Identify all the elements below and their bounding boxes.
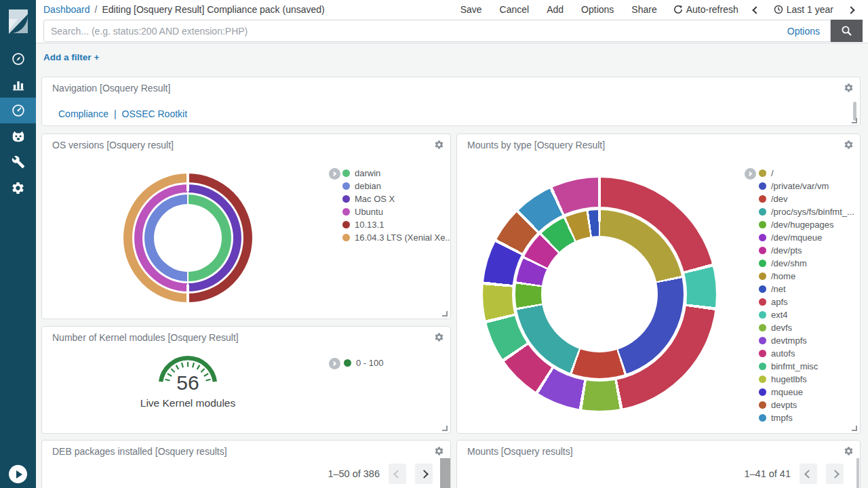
legend-collapse-button[interactable] — [329, 358, 340, 369]
kibana-logo-icon — [7, 8, 30, 35]
scrollbar-thumb[interactable] — [440, 458, 450, 488]
search-options-link[interactable]: Options — [777, 26, 830, 37]
gauge-value: 56 — [151, 371, 225, 394]
search-button[interactable] — [831, 20, 863, 42]
legend-item[interactable]: devfs — [759, 321, 854, 334]
panel-resize-handle[interactable] — [442, 426, 448, 431]
legend-color-dot — [342, 195, 350, 203]
legend-item[interactable]: 0 - 100 — [344, 357, 383, 369]
legend-item[interactable]: /dev/pts — [759, 244, 854, 257]
panel-resize-handle[interactable] — [852, 118, 857, 123]
legend-item[interactable]: /dev/mqueue — [759, 231, 854, 244]
scrollbar-thumb[interactable] — [856, 458, 859, 488]
top-navigation-bar: Dashboard / Editing [Osquery Result] Com… — [36, 0, 868, 19]
search-bar: Options — [36, 19, 868, 43]
legend-item[interactable]: autofs — [759, 347, 854, 360]
panel-settings-button[interactable] — [434, 446, 444, 456]
legend-color-dot — [342, 182, 350, 190]
legend-item[interactable]: / — [759, 167, 854, 180]
time-range-picker[interactable]: Last 1 year — [766, 4, 841, 15]
legend-item[interactable]: /home — [759, 270, 854, 283]
legend-item[interactable]: /dev — [759, 192, 854, 205]
previous-page-button[interactable] — [389, 464, 406, 484]
panel-settings-button[interactable] — [844, 140, 854, 150]
legend-item[interactable]: mqueue — [759, 386, 854, 399]
panel-resize-handle[interactable] — [442, 311, 448, 317]
add-filter-link[interactable]: Add a filter+ — [43, 52, 99, 62]
legend-item[interactable]: darwin — [342, 167, 451, 180]
share-button[interactable]: Share — [623, 4, 665, 15]
panel-deb-packages: DEB packages installed [Osquery results]… — [41, 440, 451, 488]
legend-item[interactable]: Ubuntu — [342, 205, 451, 218]
cancel-button[interactable]: Cancel — [491, 4, 538, 15]
panel-settings-button[interactable] — [844, 83, 854, 93]
time-back-button[interactable] — [746, 5, 766, 15]
panel-os-versions: OS versions [Osquery result] darwindebia… — [41, 134, 451, 319]
legend-item[interactable]: binfmt_misc — [759, 360, 854, 373]
mounts-sunburst-chart[interactable] — [483, 178, 716, 411]
legend-item[interactable]: debian — [342, 180, 451, 192]
panel-title[interactable]: Number of Kernel modules [Osquery Result… — [52, 332, 239, 343]
wrench-icon — [12, 155, 25, 169]
nav-link-ossec-rootkit[interactable]: OSSEC Rootkit — [122, 108, 187, 119]
panel-settings-button[interactable] — [434, 140, 444, 150]
gear-icon — [844, 83, 854, 93]
legend-color-dot — [759, 298, 766, 306]
options-button[interactable]: Options — [572, 4, 623, 15]
next-page-button[interactable] — [826, 464, 844, 484]
legend-item[interactable]: /proc/sys/fs/binfmt_... — [759, 205, 854, 218]
legend-item[interactable]: tmpfs — [759, 411, 854, 424]
mounts-legend: //private/var/vm/dev/proc/sys/fs/binfmt_… — [759, 167, 854, 424]
gauge-label: Live Kernel modules — [100, 397, 276, 409]
time-forward-button[interactable] — [841, 5, 861, 15]
legend-item[interactable]: devpts — [759, 399, 854, 411]
next-page-button[interactable] — [415, 464, 433, 484]
auto-refresh-button[interactable]: Auto-refresh — [666, 4, 746, 15]
chevron-right-icon — [831, 470, 840, 479]
pagination-range: 1–50 of 386 — [328, 468, 380, 479]
legend-item[interactable]: apfs — [759, 296, 854, 308]
sidebar-item-dashboard[interactable] — [0, 98, 36, 123]
panel-settings-button[interactable] — [844, 446, 854, 456]
legend-item[interactable]: Mac OS X — [342, 192, 451, 205]
legend-item[interactable]: devtmpfs — [759, 334, 854, 347]
sidebar-item-discover[interactable] — [0, 46, 36, 72]
search-input[interactable] — [44, 26, 777, 37]
dashboard-area: Add a filter+ Navigation [Osquery Result… — [36, 43, 868, 488]
legend-color-dot — [759, 195, 766, 203]
chevron-right-icon — [847, 6, 854, 14]
legend-item[interactable]: 16.04.3 LTS (Xenial Xe... — [342, 231, 451, 244]
legend-item[interactable]: 10.13.1 — [342, 218, 451, 231]
panel-title[interactable]: Navigation [Osquery Result] — [52, 83, 170, 94]
legend-item[interactable]: /net — [759, 283, 854, 296]
add-button[interactable]: Add — [538, 4, 572, 15]
gear-icon — [844, 446, 854, 456]
sidebar-item-timelion[interactable] — [0, 123, 36, 149]
sidebar-item-visualize[interactable] — [0, 72, 36, 98]
previous-page-button[interactable] — [800, 464, 817, 484]
legend-collapse-button[interactable] — [329, 168, 340, 180]
panel-title[interactable]: DEB packages installed [Osquery results] — [52, 446, 227, 457]
nav-link-compliance[interactable]: Compliance — [58, 108, 108, 119]
legend-item[interactable]: /private/var/vm — [759, 180, 854, 192]
legend-item[interactable]: ext4 — [759, 308, 854, 321]
legend-item[interactable]: /dev/hugepages — [759, 218, 854, 231]
breadcrumb-dashboard-link[interactable]: Dashboard — [43, 4, 90, 15]
panel-title[interactable]: OS versions [Osquery result] — [52, 140, 174, 150]
sidebar-collapse-button[interactable] — [9, 465, 27, 483]
legend-collapse-button[interactable] — [745, 168, 756, 180]
os-versions-donut-chart[interactable] — [123, 174, 252, 302]
panel-title[interactable]: Mounts [Osquery results] — [467, 446, 573, 457]
kibana-logo[interactable] — [0, 0, 36, 43]
legend-color-dot — [342, 234, 350, 241]
legend-color-dot — [759, 285, 766, 293]
legend-color-dot — [759, 208, 766, 216]
panel-title[interactable]: Mounts by type [Osquery Result] — [467, 140, 605, 150]
sidebar-item-management[interactable] — [0, 175, 36, 201]
sidebar-item-dev-tools[interactable] — [0, 149, 36, 175]
legend-item[interactable]: hugetlbfs — [759, 373, 854, 386]
panel-resize-handle[interactable] — [852, 426, 857, 431]
panel-settings-button[interactable] — [434, 332, 444, 342]
legend-item[interactable]: /dev/shm — [759, 257, 854, 270]
save-button[interactable]: Save — [452, 4, 491, 15]
